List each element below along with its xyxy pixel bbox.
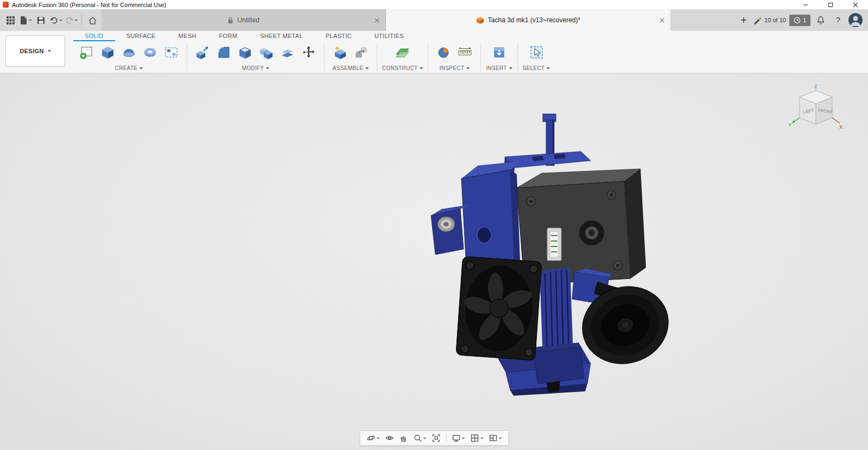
grid-snaps-button[interactable] bbox=[468, 433, 485, 443]
assemble-group-label: ASSEMBLE bbox=[333, 65, 363, 71]
create-dropdown[interactable]: CREATE bbox=[115, 64, 143, 73]
orbit-icon bbox=[366, 434, 375, 442]
viewcube-x-axis-label: X bbox=[839, 124, 842, 130]
notifications-chip[interactable]: 1 bbox=[789, 15, 810, 26]
tab-untitled[interactable]: Untitled bbox=[102, 9, 386, 31]
combine-button[interactable] bbox=[256, 42, 277, 63]
select-dropdown[interactable]: SELECT bbox=[523, 64, 550, 73]
chevron-down-icon bbox=[461, 438, 465, 439]
file-menu-button[interactable] bbox=[18, 13, 33, 27]
combine-icon bbox=[259, 45, 274, 60]
notifications-bell-button[interactable] bbox=[814, 13, 828, 27]
group-separator bbox=[377, 43, 377, 72]
tab-bar-right-cluster: 10 of 10 1 ? bbox=[737, 9, 868, 31]
lock-icon bbox=[227, 17, 233, 24]
modify-tools bbox=[192, 41, 319, 64]
ribbon-tab-solid[interactable]: SOLID bbox=[73, 33, 115, 41]
app-grid-button[interactable] bbox=[3, 13, 17, 27]
ribbon-tab-plastic[interactable]: PLASTIC bbox=[314, 33, 363, 41]
modify-dropdown[interactable]: MODIFY bbox=[242, 64, 270, 73]
create-sketch-button[interactable] bbox=[76, 42, 97, 63]
undo-button[interactable] bbox=[49, 13, 63, 27]
job-status-label: 10 of 10 bbox=[764, 17, 786, 23]
chevron-down-icon bbox=[480, 438, 483, 439]
toolbar-separator bbox=[446, 434, 446, 442]
user-avatar[interactable] bbox=[848, 13, 863, 27]
viewports-button[interactable] bbox=[487, 433, 503, 443]
orbit-button[interactable] bbox=[365, 433, 381, 443]
new-component-button[interactable] bbox=[330, 42, 351, 63]
model-viewport[interactable]: Z LEFT FRONT Y X bbox=[0, 73, 868, 450]
insert-dropdown[interactable]: INSERT bbox=[486, 64, 512, 73]
view-cube[interactable]: Z LEFT FRONT Y X bbox=[788, 83, 844, 135]
revolve-button[interactable] bbox=[118, 42, 140, 63]
extrude-button[interactable] bbox=[97, 42, 118, 63]
measure-button[interactable] bbox=[454, 42, 476, 63]
pattern-button[interactable] bbox=[161, 42, 182, 63]
job-status[interactable]: 10 of 10 bbox=[753, 16, 786, 24]
select-cursor-icon bbox=[529, 45, 544, 60]
modify-group-label: MODIFY bbox=[242, 65, 264, 71]
sweep-button[interactable] bbox=[140, 42, 161, 63]
joint-icon bbox=[354, 45, 369, 60]
offset-face-icon bbox=[280, 45, 295, 60]
help-button[interactable]: ? bbox=[831, 13, 845, 27]
fit-button[interactable] bbox=[430, 433, 442, 443]
save-button[interactable] bbox=[34, 13, 48, 27]
toolbar-ribbon: DESIGN SOLID SURFACE MESH FORM SHEET MET… bbox=[0, 31, 868, 73]
press-pull-button[interactable] bbox=[192, 42, 213, 63]
look-at-button[interactable] bbox=[383, 433, 395, 443]
close-tab-button[interactable] bbox=[658, 16, 666, 24]
chevron-down-icon bbox=[29, 20, 32, 21]
close-tab-button[interactable] bbox=[373, 16, 381, 24]
ribbon-tab-surface[interactable]: SURFACE bbox=[115, 33, 167, 41]
display-settings-button[interactable] bbox=[450, 433, 466, 443]
construct-dropdown[interactable]: CONSTRUCT bbox=[382, 64, 423, 73]
clock-icon bbox=[794, 17, 801, 24]
chevron-down-icon bbox=[423, 438, 426, 439]
revolve-dome-icon bbox=[122, 45, 136, 60]
viewcube-z-axis-label: Z bbox=[814, 83, 818, 88]
new-component-icon bbox=[333, 45, 347, 60]
chevron-down-icon bbox=[59, 20, 62, 21]
construct-plane-button[interactable] bbox=[392, 42, 413, 63]
shell-button[interactable] bbox=[235, 42, 256, 63]
quick-access-toolbar bbox=[0, 9, 102, 31]
move-button[interactable] bbox=[298, 42, 319, 63]
model-cooling-fan[interactable] bbox=[456, 256, 542, 360]
redo-button[interactable] bbox=[64, 13, 78, 27]
extrude-cube-icon bbox=[100, 45, 115, 60]
home-view-button[interactable] bbox=[85, 13, 99, 27]
pan-button[interactable] bbox=[397, 433, 409, 443]
inspect-dropdown[interactable]: INSPECT bbox=[440, 64, 470, 73]
workspace-selector[interactable]: DESIGN bbox=[5, 35, 65, 67]
close-button[interactable] bbox=[843, 0, 868, 9]
minimize-button[interactable] bbox=[793, 0, 818, 9]
3d-model[interactable] bbox=[418, 109, 679, 402]
tab-tacha-3d-mk1[interactable]: Tacha 3d mk1 (v13~recovered)* bbox=[386, 9, 670, 31]
ribbon-tab-utilities[interactable]: UTILITIES bbox=[363, 33, 415, 41]
select-group: SELECT bbox=[520, 41, 553, 73]
document-cube-icon bbox=[476, 16, 484, 24]
plus-icon bbox=[740, 17, 747, 23]
section-analysis-button[interactable] bbox=[433, 42, 454, 63]
sweep-torus-icon bbox=[143, 45, 157, 60]
press-pull-icon bbox=[195, 45, 210, 60]
zoom-button[interactable] bbox=[411, 433, 428, 443]
construct-group: CONSTRUCT bbox=[379, 41, 426, 73]
joint-button[interactable] bbox=[351, 42, 372, 63]
assemble-dropdown[interactable]: ASSEMBLE bbox=[333, 64, 369, 73]
new-tab-button[interactable] bbox=[737, 14, 750, 27]
select-button[interactable] bbox=[526, 42, 547, 63]
fillet-button[interactable] bbox=[213, 42, 235, 63]
maximize-button[interactable] bbox=[818, 0, 843, 9]
ribbon-tab-mesh[interactable]: MESH bbox=[167, 33, 208, 41]
tab-label: Tacha 3d mk1 (v13~recovered)* bbox=[488, 16, 580, 24]
offset-face-button[interactable] bbox=[277, 42, 298, 63]
group-separator bbox=[187, 43, 187, 72]
ribbon-tab-sheet-metal[interactable]: SHEET METAL bbox=[249, 33, 314, 41]
ribbon-tab-form[interactable]: FORM bbox=[208, 33, 249, 41]
chevron-down-icon bbox=[140, 67, 143, 69]
insert-button[interactable] bbox=[489, 42, 510, 63]
bell-icon bbox=[816, 16, 825, 24]
